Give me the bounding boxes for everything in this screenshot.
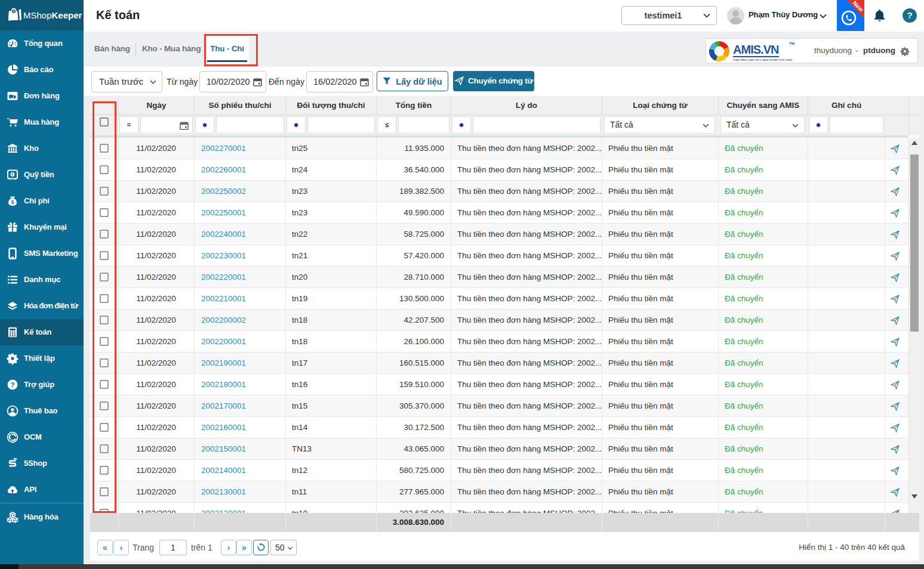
svg-text:$: $: [11, 199, 14, 205]
svg-text:?: ?: [10, 381, 14, 388]
